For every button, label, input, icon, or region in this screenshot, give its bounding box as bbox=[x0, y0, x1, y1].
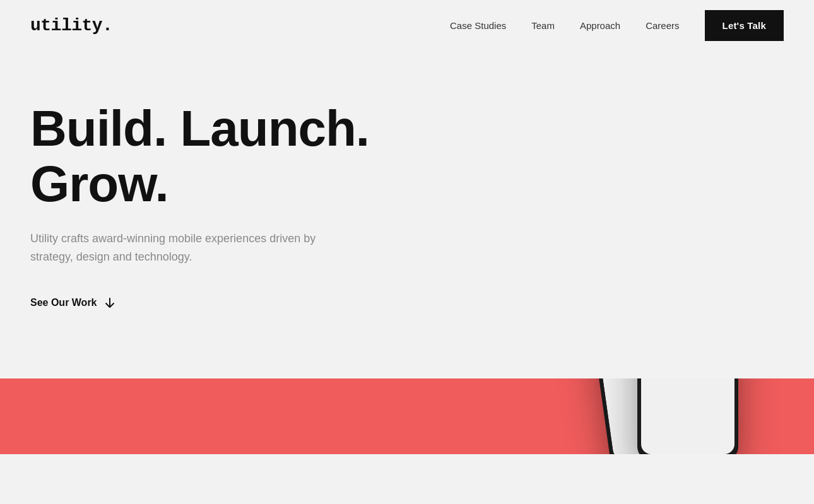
portfolio-preview-section: Log In Log In bbox=[0, 378, 814, 454]
hero-headline: Build. Launch. Grow. bbox=[30, 101, 472, 212]
site-header: utility. Case Studies Team Approach Care… bbox=[0, 0, 814, 50]
lets-talk-button[interactable]: Let's Talk bbox=[705, 10, 784, 41]
arrow-down-icon bbox=[103, 296, 116, 309]
nav-approach[interactable]: Approach bbox=[580, 20, 620, 31]
see-our-work-label: See Our Work bbox=[30, 297, 97, 308]
site-logo[interactable]: utility. bbox=[30, 16, 112, 35]
nav-careers[interactable]: Careers bbox=[646, 20, 679, 31]
hero-subtext: Utility crafts award-winning mobile expe… bbox=[30, 230, 358, 266]
main-nav: Case Studies Team Approach Careers Let's… bbox=[450, 10, 784, 41]
see-our-work-link[interactable]: See Our Work bbox=[30, 296, 116, 309]
nav-team[interactable]: Team bbox=[531, 20, 555, 31]
phone-mockup-group: Log In Log In bbox=[637, 378, 738, 454]
phone-mockup-front: Log In bbox=[637, 378, 738, 454]
phone-screen-front: Log In bbox=[641, 378, 734, 454]
nav-case-studies[interactable]: Case Studies bbox=[450, 20, 506, 31]
hero-section: Build. Launch. Grow. Utility crafts awar… bbox=[0, 50, 814, 378]
